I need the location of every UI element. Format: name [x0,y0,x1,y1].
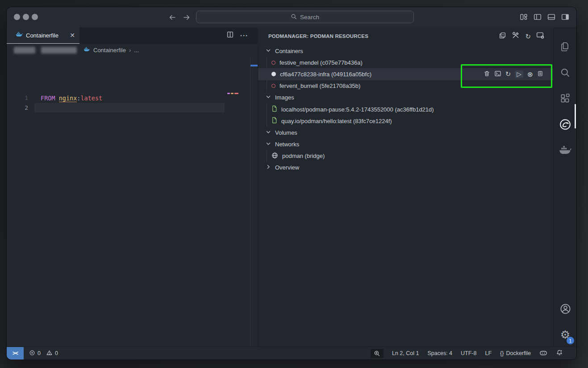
search-input[interactable]: Search [196,11,414,23]
settings-gear-icon[interactable]: ⚙ 1 [554,323,577,346]
tab-close-icon[interactable]: ✕ [70,32,75,39]
open-terminal-icon[interactable] [494,70,501,79]
tree-item-container[interactable]: festive_mendel (c075e77b436a) [258,57,554,68]
redacted-breadcrumb-segment [41,47,77,54]
warning-count: 0 [55,350,58,356]
view-logs-icon[interactable] [537,70,543,79]
minimap-mark [231,93,234,94]
breadcrumb-file[interactable]: Containerfile [93,47,126,54]
activity-bar: ⚙ 1 [553,27,576,347]
tree-item-image[interactable]: localhost/podman-pause:5.4.2-1743552000 … [258,103,554,115]
line-number: 1 [13,95,28,101]
language-mode[interactable]: {} Dockerfile [500,350,531,356]
redacted-breadcrumb-segment [14,47,35,54]
line-number: 2 [13,104,28,111]
explorer-icon[interactable] [554,35,577,58]
tree-section-containers[interactable]: Containers [258,45,554,57]
code-image-name: nginx [59,95,77,102]
tab-label: Containerfile [26,32,58,39]
network-label: podman (bridge) [282,153,325,159]
braces-icon: {} [500,350,504,356]
customize-layout-icon[interactable] [520,13,528,21]
stop-container-icon[interactable]: ⊗ [527,71,533,78]
account-icon[interactable] [554,297,577,320]
podman-resources-panel: Containers festive_mendel (c075e77b436a)… [258,45,554,347]
chevron-down-icon [266,48,271,54]
split-editor-icon[interactable] [226,31,234,40]
tab-containerfile[interactable]: Containerfile ✕ [7,27,79,44]
overview-ruler-cursor [250,65,258,66]
copilot-icon[interactable] [539,349,547,358]
globe-icon [271,152,278,160]
minimap-mark [227,93,230,94]
notifications-bell-icon[interactable] [556,349,563,358]
delete-container-icon[interactable] [484,70,490,79]
docker-sidebar-icon[interactable] [554,139,577,162]
tree-item-container-selected[interactable]: cf6a477c8238-infra (049116a05bfc) ↻ ▷ ⊗ [258,68,554,80]
code-image-tag: latest [80,95,102,102]
tree-item-network[interactable]: podman (bridge) [258,150,554,162]
code-line-1[interactable]: FROM nginx:latest [41,95,102,102]
container-running-icon [271,72,276,76]
image-label: quay.io/podman/hello:latest (83fc7ce1224… [281,118,392,124]
docker-whale-icon [83,47,90,54]
status-bar: >< 0 0 Ln 2, Col 1 Spaces: 4 UTF-8 LF {}… [7,347,576,360]
tools-icon[interactable] [512,31,520,41]
traffic-light-zoom[interactable] [32,14,38,20]
tree-section-images[interactable]: Images [258,92,554,103]
container-label: festive_mendel (c075e77b436a) [279,59,363,66]
chevron-down-icon [266,129,271,136]
active-item-indicator [575,104,576,128]
new-session-icon[interactable] [536,31,544,41]
more-actions-icon[interactable]: ··· [240,32,248,39]
cursor-position[interactable]: Ln 2, Col 1 [392,350,419,356]
minimap-divider [250,57,250,347]
search-icon [291,13,297,21]
chevron-down-icon [266,94,271,101]
warning-icon [46,350,53,357]
indentation[interactable]: Spaces: 4 [427,350,452,356]
title-bar: Search [7,7,576,27]
tree-section-overview[interactable]: Overview [258,162,554,174]
back-arrow-icon[interactable] [168,13,177,22]
collapse-all-icon[interactable] [499,32,506,41]
toggle-primary-sidebar-icon[interactable] [534,13,542,21]
tree-section-networks[interactable]: Networks [258,139,554,150]
podman-icon[interactable] [554,113,577,136]
toggle-panel-icon[interactable] [547,13,555,21]
container-label: fervent_burnell (5fe21708a35b) [279,83,360,89]
breadcrumb[interactable]: Containerfile › ... [7,44,258,56]
encoding[interactable]: UTF-8 [461,350,476,356]
breadcrumb-more[interactable]: ... [134,47,139,54]
toggle-secondary-sidebar-icon[interactable] [561,13,569,21]
zoom-indicator[interactable] [371,349,384,358]
extensions-icon[interactable] [554,87,577,110]
error-icon [29,350,35,357]
tree-section-volumes[interactable]: Volumes [258,127,554,138]
current-line-highlight [34,103,225,112]
section-label: Volumes [275,129,297,136]
forward-arrow-icon[interactable] [182,13,191,22]
editor-area[interactable]: Containerfile › ... 1 2 FROM nginx:lates… [7,44,258,347]
traffic-light-minimize[interactable] [23,14,29,20]
eol-sequence[interactable]: LF [485,350,492,356]
refresh-icon[interactable]: ↻ [525,33,531,40]
image-file-icon [271,105,277,113]
section-label: Images [275,94,294,101]
tree-item-image[interactable]: quay.io/podman/hello:latest (83fc7ce1224… [258,115,554,127]
image-file-icon [271,117,277,125]
traffic-light-close[interactable] [14,14,20,20]
tree-item-container[interactable]: fervent_burnell (5fe21708a35b) [258,80,554,92]
search-placeholder: Search [300,14,319,21]
error-count: 0 [38,350,41,356]
start-container-icon[interactable]: ▷ [515,70,523,78]
vscode-window: Search Containerfile ✕ [6,7,577,360]
problems-indicator[interactable]: 0 0 [29,350,58,357]
container-stopped-icon [271,61,275,65]
restart-container-icon[interactable]: ↻ [505,71,511,78]
search-sidebar-icon[interactable] [554,61,577,84]
docker-whale-icon [16,32,23,39]
remote-indicator[interactable]: >< [7,347,24,360]
container-label: cf6a477c8238-infra (049116a05bfc) [280,71,371,78]
chevron-right-icon [266,164,271,171]
